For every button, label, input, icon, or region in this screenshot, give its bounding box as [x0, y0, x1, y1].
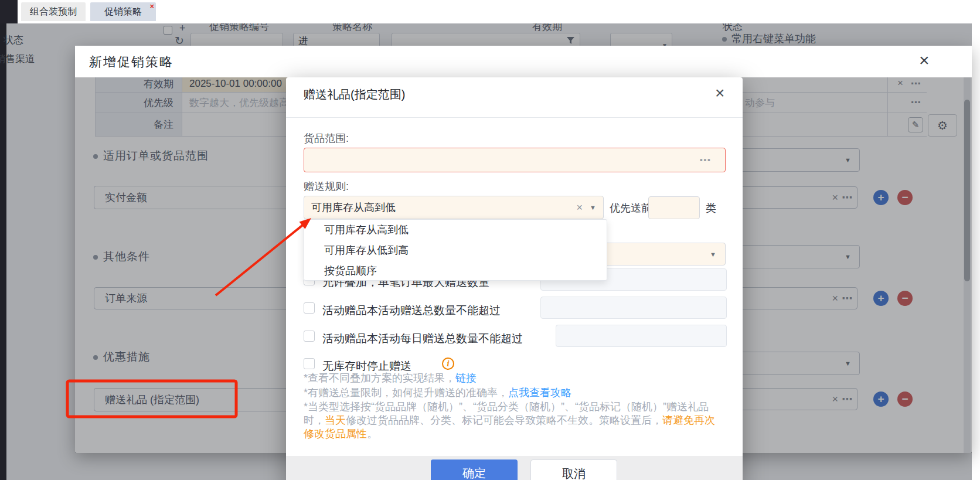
modal-title: 新增促销策略	[89, 53, 173, 71]
note-line-1: *查看不同叠加方案的实现结果，链接	[304, 372, 477, 385]
note-line-2: *有赠送总量限制，如何提升赠送的准确率，点我查看攻略	[304, 386, 571, 400]
info-icon[interactable]: i	[442, 358, 454, 370]
page-right-gutter	[972, 23, 980, 480]
gift-rule-selected-value: 可用库存从高到低	[311, 200, 577, 215]
tab-promotion-strategy[interactable]: 促销策略 ×	[90, 2, 156, 21]
daily-gift-limit-input[interactable]	[556, 325, 727, 347]
tab-combo-preset[interactable]: 组合装预制	[21, 2, 86, 21]
tab-label: 促销策略	[104, 6, 142, 16]
more-icon[interactable]: ⋯	[699, 153, 711, 167]
divider	[286, 117, 743, 118]
total-gift-limit-checkbox[interactable]	[304, 302, 315, 314]
nav-menu-block[interactable]	[0, 0, 18, 23]
tab-label: 组合装预制	[30, 6, 77, 16]
daily-gift-limit-checkbox[interactable]	[304, 331, 315, 342]
clear-icon[interactable]: ×	[577, 202, 583, 214]
dialog-close-icon[interactable]: ×	[715, 84, 724, 102]
gift-rule-label: 赠送规则:	[304, 179, 349, 193]
tab-close-icon[interactable]: ×	[149, 2, 154, 10]
note-text: *有赠送总量限制，如何提升赠送的准确率，	[304, 387, 508, 399]
note-text: 。	[367, 428, 377, 440]
caret-down-icon: ▼	[710, 251, 716, 258]
modal-header: 新增促销策略 ×	[75, 46, 972, 77]
priority-unit: 类	[706, 201, 716, 215]
stop-when-no-stock-checkbox[interactable]	[304, 358, 315, 369]
gift-rule-select[interactable]: 可用库存从高到低 × ▼	[304, 196, 604, 219]
caret-down-icon[interactable]: ▼	[590, 204, 596, 211]
note-text: *查看不同叠加方案的实现结果，	[304, 372, 455, 384]
modal-close-icon[interactable]: ×	[919, 50, 930, 70]
dropdown-option-stock-high-to-low[interactable]: 可用库存从高到低	[304, 220, 607, 240]
dropdown-option-by-goods-order[interactable]: 按货品顺序	[304, 261, 607, 281]
cancel-button[interactable]: 取消	[530, 459, 617, 480]
gift-rule-dropdown: 可用库存从高到低 可用库存从低到高 按货品顺序	[304, 219, 607, 281]
daily-gift-limit-label: 活动赠品本活动每日赠送总数量不能超过	[322, 331, 523, 346]
priority-count-input[interactable]	[648, 196, 700, 219]
total-gift-limit-input[interactable]	[540, 297, 727, 319]
tab-bar: 组合装预制 促销策略 ×	[0, 0, 980, 23]
note-text: 修改过货品品牌、分类、标记可能会导致策略不生效。策略设置后，	[346, 414, 662, 426]
goods-range-input[interactable]: ⋯	[304, 148, 726, 172]
note-line-3: *当类型选择按“货品品牌（随机）”、“货品分类（随机）”、“货品标记（随机）”赠…	[304, 400, 721, 441]
dropdown-option-stock-low-to-high[interactable]: 可用库存从低到高	[304, 240, 607, 261]
note-link[interactable]: 点我查看攻略	[508, 387, 571, 399]
goods-range-label: 货品范围:	[304, 131, 349, 145]
screen: 状态 销售渠道 + ↻ 促销策略编号 策略名称 有效期 状态 进 ▼ 常用右键菜…	[0, 0, 980, 480]
note-link[interactable]: 链接	[455, 372, 477, 384]
note-highlight: 当天	[325, 414, 346, 426]
gift-dialog: 赠送礼品(指定范围) × 货品范围: ⋯ 赠送规则: 可用库存从高到低 × ▼ …	[286, 77, 743, 480]
total-gift-limit-label: 活动赠品本活动赠送总数量不能超过	[322, 303, 501, 318]
priority-send-prefix: 优先送前	[610, 201, 652, 215]
confirm-button[interactable]: 确定	[431, 459, 518, 480]
dialog-title: 赠送礼品(指定范围)	[304, 87, 405, 103]
